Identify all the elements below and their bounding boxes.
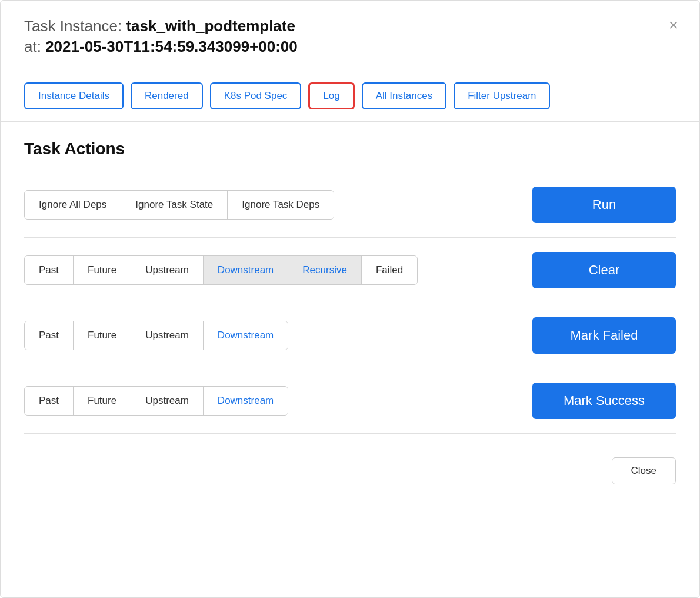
modal-title-line1: Task Instance: task_with_podtemplate <box>24 17 676 35</box>
success-upstream-toggle[interactable]: Upstream <box>131 387 204 415</box>
tabs-section: Instance Details Rendered K8s Pod Spec L… <box>1 68 699 122</box>
clear-failed-toggle[interactable]: Failed <box>362 256 417 284</box>
ignore-task-state-toggle[interactable]: Ignore Task State <box>121 191 228 219</box>
failed-past-toggle[interactable]: Past <box>25 321 74 350</box>
clear-upstream-toggle[interactable]: Upstream <box>131 256 204 284</box>
mark-failed-button[interactable]: Mark Failed <box>532 317 676 354</box>
ignore-all-deps-toggle[interactable]: Ignore All Deps <box>25 191 121 219</box>
failed-upstream-toggle[interactable]: Upstream <box>131 321 204 350</box>
task-name: task_with_podtemplate <box>126 17 295 35</box>
run-button[interactable]: Run <box>532 187 676 223</box>
failed-future-toggle[interactable]: Future <box>74 321 131 350</box>
success-downstream-toggle[interactable]: Downstream <box>204 387 288 415</box>
mark-failed-row: Past Future Upstream Downstream Mark Fai… <box>24 303 676 368</box>
timestamp: 2021-05-30T11:54:59.343099+00:00 <box>45 38 298 55</box>
section-title: Task Actions <box>24 139 676 158</box>
tab-all-instances[interactable]: All Instances <box>362 82 446 109</box>
modal-header: Task Instance: task_with_podtemplate at:… <box>1 1 699 68</box>
at-prefix: at: <box>24 38 41 55</box>
tab-log[interactable]: Log <box>308 82 354 109</box>
modal-body: Task Actions Ignore All Deps Ignore Task… <box>1 122 699 446</box>
clear-button[interactable]: Clear <box>532 252 676 288</box>
clear-past-toggle[interactable]: Past <box>25 256 74 284</box>
mark-success-toggle-group: Past Future Upstream Downstream <box>24 386 288 416</box>
tab-instance-details[interactable]: Instance Details <box>24 82 124 109</box>
mark-success-button[interactable]: Mark Success <box>532 383 676 419</box>
tab-filter-upstream[interactable]: Filter Upstream <box>454 82 550 109</box>
failed-downstream-toggle[interactable]: Downstream <box>204 321 288 350</box>
run-toggle-group: Ignore All Deps Ignore Task State Ignore… <box>24 190 334 220</box>
mark-failed-toggle-group: Past Future Upstream Downstream <box>24 321 288 350</box>
success-past-toggle[interactable]: Past <box>25 387 74 415</box>
clear-future-toggle[interactable]: Future <box>74 256 131 284</box>
clear-downstream-toggle[interactable]: Downstream <box>204 256 288 284</box>
modal: Task Instance: task_with_podtemplate at:… <box>0 0 700 598</box>
success-future-toggle[interactable]: Future <box>74 387 131 415</box>
mark-success-row: Past Future Upstream Downstream Mark Suc… <box>24 368 676 434</box>
close-icon[interactable]: × <box>669 17 678 34</box>
tab-rendered[interactable]: Rendered <box>131 82 203 109</box>
modal-footer: Close <box>1 446 699 502</box>
ignore-task-deps-toggle[interactable]: Ignore Task Deps <box>228 191 334 219</box>
tab-k8s-pod-spec[interactable]: K8s Pod Spec <box>210 82 302 109</box>
clear-toggle-group: Past Future Upstream Downstream Recursiv… <box>24 255 418 285</box>
clear-row: Past Future Upstream Downstream Recursiv… <box>24 238 676 303</box>
run-row: Ignore All Deps Ignore Task State Ignore… <box>24 172 676 238</box>
modal-title-line2: at: 2021-05-30T11:54:59.343099+00:00 <box>24 38 676 56</box>
clear-recursive-toggle[interactable]: Recursive <box>288 256 362 284</box>
close-button[interactable]: Close <box>612 457 676 484</box>
title-prefix: Task Instance: <box>24 17 122 35</box>
